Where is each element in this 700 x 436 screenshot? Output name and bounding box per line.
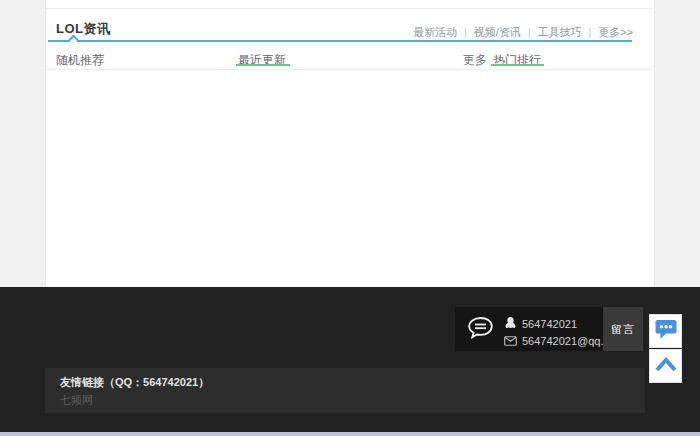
chevron-up-icon [654,356,678,376]
page: LOL资讯 最新活动 | 视频/资讯 | 工具技巧 | 更多>> 随机推荐 最近… [0,0,700,436]
section-nav: 最新活动 | 视频/资讯 | 工具技巧 | 更多>> [413,25,633,40]
contact-qq-number: 564742021 [522,318,577,330]
chat-dots-icon [654,318,678,344]
active-tab-underline [491,64,544,66]
section-top-divider [46,8,654,9]
tab-hot-ranking[interactable]: 热门排行 [493,52,541,69]
nav-link-more[interactable]: 更多>> [598,25,633,40]
friend-links-title: 友情链接（QQ：564742021） [60,375,209,390]
tab-random-recommend[interactable]: 随机推荐 [56,52,104,69]
friend-link-item[interactable]: 七频网 [60,393,93,408]
contact-qq-row: 564742021 [505,315,577,333]
nav-separator: | [462,27,469,38]
section-title-underline [48,40,632,42]
footer: 本站部分内容收集于互联网，如果有侵权内容、不妥之处，请联系我们删除。敬请谅解！ … [0,287,700,432]
friend-links-panel: 友情链接（QQ：564742021） 七频网 [45,368,645,413]
tab-recent-update[interactable]: 最近更新 [238,52,286,69]
nav-separator: | [526,27,533,38]
content-panel: LOL资讯 最新活动 | 视频/资讯 | 工具技巧 | 更多>> 随机推荐 最近… [45,0,655,287]
tabs-bottom-divider [46,69,654,70]
nav-separator: | [587,27,594,38]
bottom-strip [0,432,700,436]
section-title: LOL资讯 [56,20,111,38]
nav-link-tool-tips[interactable]: 工具技巧 [538,25,582,40]
more-link[interactable]: 更多 [463,52,487,69]
envelope-icon [504,332,517,350]
contact-box: 564742021 564742021@qq.com [455,307,603,351]
message-button[interactable]: 留言 [603,307,643,351]
nav-link-latest-activity[interactable]: 最新活动 [413,25,457,40]
back-to-top-button[interactable] [649,349,682,383]
comment-bubble-icon [467,316,494,345]
chat-widget-button[interactable] [649,314,682,348]
nav-link-video-news[interactable]: 视频/资讯 [474,25,521,40]
qq-penguin-icon [505,315,516,333]
active-tab-underline [236,64,290,66]
